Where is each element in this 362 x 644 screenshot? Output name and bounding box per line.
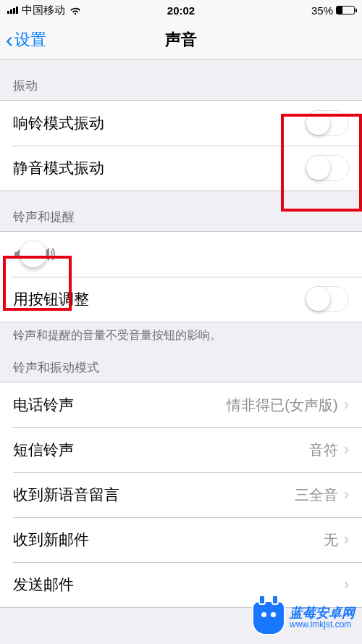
chevron-right-icon: ›: [344, 440, 349, 459]
voicemail-label: 收到新语音留言: [13, 485, 119, 505]
text-tone-label: 短信铃声: [13, 440, 74, 460]
section-header-vibration: 振动: [0, 60, 362, 100]
wifi-icon: [69, 6, 82, 15]
slider-thumb[interactable]: [20, 241, 46, 267]
chevron-right-icon: ›: [344, 485, 349, 504]
volume-slider-cell: [0, 232, 362, 277]
new-mail-cell[interactable]: 收到新邮件 无 ›: [0, 517, 362, 562]
ring-vibrate-cell: 响铃模式振动: [0, 101, 362, 146]
nav-bar: ‹ 设置 声音: [0, 20, 362, 60]
status-bar: 中国移动 20:02 35%: [0, 0, 362, 20]
signal-icon: [7, 7, 18, 14]
back-button[interactable]: ‹ 设置: [0, 28, 46, 52]
battery-icon: [336, 6, 355, 14]
chevron-right-icon: ›: [344, 530, 349, 549]
watermark: 蓝莓安卓网 www.lmkjst.com: [252, 601, 355, 635]
chevron-right-icon: ›: [344, 575, 349, 594]
sent-mail-label: 发送邮件: [13, 574, 74, 595]
page-title: 声音: [165, 29, 197, 51]
ringtone-value: 情非得已(女声版): [227, 396, 337, 415]
ringer-group: 用按钮调整: [0, 231, 362, 322]
chevron-right-icon: ›: [344, 396, 349, 414]
status-right: 35%: [311, 4, 355, 17]
ringtone-label: 电话铃声: [13, 395, 74, 415]
voicemail-cell[interactable]: 收到新语音留言 三全音 ›: [0, 472, 362, 517]
chevron-left-icon: ‹: [6, 28, 13, 52]
section-header-ringer: 铃声和提醒: [0, 191, 362, 231]
watermark-url: www.lmkjst.com: [290, 620, 355, 630]
watermark-title: 蓝莓安卓网: [290, 606, 355, 621]
status-time: 20:02: [167, 4, 195, 17]
section-header-sounds: 铃声和振动模式: [0, 349, 362, 382]
ring-vibrate-toggle[interactable]: [306, 110, 349, 136]
button-adjust-toggle[interactable]: [306, 286, 349, 312]
ringtone-cell[interactable]: 电话铃声 情非得已(女声版) ›: [0, 382, 362, 427]
vibration-group: 响铃模式振动 静音模式振动: [0, 100, 362, 191]
voicemail-value: 三全音: [295, 485, 338, 505]
ring-vibrate-label: 响铃模式振动: [13, 113, 104, 133]
silent-vibrate-label: 静音模式振动: [13, 158, 104, 178]
carrier-label: 中国移动: [22, 4, 65, 17]
sounds-group: 电话铃声 情非得已(女声版) › 短信铃声 音符 › 收到新语音留言 三全音 ›…: [0, 382, 362, 608]
text-tone-cell[interactable]: 短信铃声 音符 ›: [0, 427, 362, 472]
silent-vibrate-cell: 静音模式振动: [0, 146, 362, 191]
new-mail-label: 收到新邮件: [13, 530, 89, 550]
new-mail-value: 无: [324, 530, 338, 550]
watermark-logo-icon: [252, 601, 285, 635]
back-label: 设置: [14, 29, 46, 51]
button-adjust-cell: 用按钮调整: [0, 277, 362, 322]
status-left: 中国移动: [7, 4, 82, 17]
silent-vibrate-toggle[interactable]: [306, 155, 349, 181]
text-tone-value: 音符: [309, 440, 338, 460]
battery-pct: 35%: [311, 4, 333, 17]
ringer-footer: 铃声和提醒的音量不受音量按钮的影响。: [0, 322, 362, 349]
button-adjust-label: 用按钮调整: [13, 289, 89, 309]
